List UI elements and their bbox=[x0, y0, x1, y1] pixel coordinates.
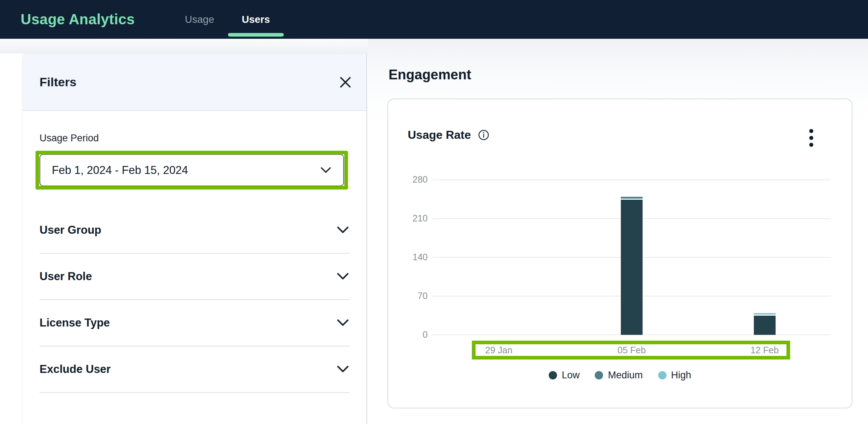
legend-item-high[interactable]: High bbox=[658, 370, 692, 381]
chart-legend: LowMediumHigh bbox=[388, 370, 852, 381]
filter-section-label: User Role bbox=[40, 270, 92, 283]
x-axis-tick-label: 12 Feb bbox=[736, 345, 794, 356]
usage-rate-card: Usage Rate 07014021028029 Jan05 Feb12 Fe… bbox=[387, 99, 852, 408]
bar-segment-medium bbox=[621, 197, 643, 199]
legend-label: Low bbox=[562, 370, 580, 381]
y-axis-tick-label: 280 bbox=[373, 174, 428, 185]
y-axis-tick-label: 70 bbox=[373, 291, 428, 301]
x-axis-tick-label: 29 Jan bbox=[470, 345, 528, 356]
legend-dot bbox=[595, 371, 603, 379]
usage-rate-chart: 07014021028029 Jan05 Feb12 FebLowMediumH… bbox=[388, 99, 852, 408]
legend-dot bbox=[658, 371, 666, 379]
tab-usage-label: Usage bbox=[185, 14, 214, 25]
bar-segment-low bbox=[621, 200, 643, 335]
usage-period-label: Usage Period bbox=[40, 133, 349, 144]
chevron-down-icon bbox=[336, 365, 349, 374]
header-tabs: Usage Users bbox=[171, 0, 284, 39]
tab-usage[interactable]: Usage bbox=[171, 0, 228, 39]
filters-title: Filters bbox=[40, 75, 76, 89]
legend-dot bbox=[549, 371, 557, 379]
legend-item-low[interactable]: Low bbox=[549, 370, 580, 381]
close-filters-button[interactable] bbox=[337, 74, 353, 90]
legend-label: Medium bbox=[608, 370, 643, 381]
close-icon bbox=[339, 75, 352, 89]
filter-section-label: Exclude User bbox=[40, 363, 111, 376]
filter-section-user-role[interactable]: User Role bbox=[40, 254, 349, 300]
chevron-down-icon bbox=[336, 272, 349, 281]
y-axis-tick-label: 210 bbox=[373, 213, 428, 224]
y-axis-tick-label: 0 bbox=[373, 329, 428, 340]
filter-section-license-type[interactable]: License Type bbox=[40, 300, 349, 346]
filter-sections: User GroupUser RoleLicense TypeExclude U… bbox=[40, 207, 349, 393]
tab-users[interactable]: Users bbox=[228, 0, 284, 39]
filter-section-exclude-user[interactable]: Exclude User bbox=[40, 346, 349, 393]
filters-drawer-header: Filters bbox=[22, 54, 366, 111]
x-axis-tick-label: 05 Feb bbox=[603, 345, 661, 356]
chevron-down-icon bbox=[320, 166, 332, 174]
legend-item-medium[interactable]: Medium bbox=[595, 370, 643, 381]
gridline bbox=[432, 179, 831, 180]
usage-period-select[interactable]: Feb 1, 2024 - Feb 15, 2024 bbox=[40, 154, 344, 186]
filters-drawer: Filters Usage Period Feb 1, 2024 - Feb 1… bbox=[22, 54, 367, 424]
active-tab-underline bbox=[228, 33, 284, 37]
bar-segment-high bbox=[754, 313, 776, 315]
engagement-heading: Engagement bbox=[389, 67, 471, 83]
usage-period-select-wrap: Feb 1, 2024 - Feb 15, 2024 bbox=[40, 154, 349, 186]
app-header: Usage Analytics Usage Users bbox=[0, 0, 868, 39]
chevron-down-icon bbox=[336, 226, 349, 234]
bar-segment-low bbox=[754, 316, 776, 335]
chevron-down-icon bbox=[336, 319, 349, 327]
y-axis-tick-label: 140 bbox=[373, 252, 428, 262]
filters-drawer-body: Usage Period Feb 1, 2024 - Feb 15, 2024 … bbox=[22, 133, 366, 393]
tab-users-label: Users bbox=[242, 14, 270, 25]
app-title: Usage Analytics bbox=[21, 11, 135, 28]
legend-label: High bbox=[671, 370, 692, 381]
filter-section-label: License Type bbox=[40, 316, 110, 329]
filter-section-user-group[interactable]: User Group bbox=[40, 207, 349, 254]
usage-analytics-screen: Usage Analytics Usage Users Filters bbox=[0, 0, 868, 424]
usage-period-value: Feb 1, 2024 - Feb 15, 2024 bbox=[52, 164, 188, 177]
filter-section-label: User Group bbox=[40, 224, 101, 237]
